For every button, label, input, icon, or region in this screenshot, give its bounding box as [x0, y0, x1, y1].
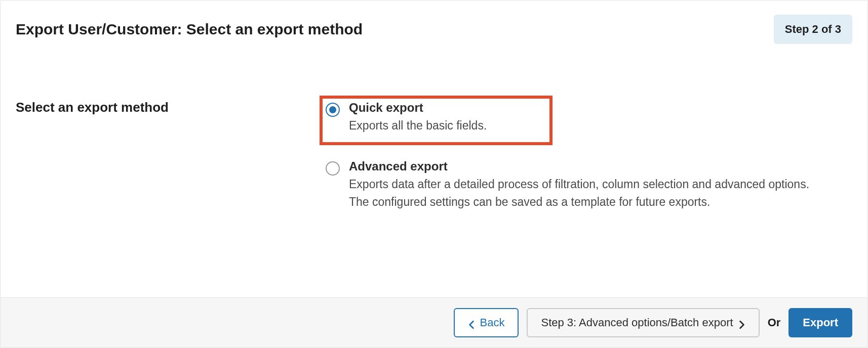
export-button[interactable]: Export [788, 308, 852, 337]
options-column: Quick export Exports all the basic field… [320, 96, 852, 282]
step-badge: Step 2 of 3 [774, 15, 852, 44]
option-advanced-desc: Exports data after a detailed process of… [349, 176, 826, 211]
or-separator: Or [768, 316, 781, 329]
option-advanced-text: Advanced export Exports data after a det… [349, 159, 826, 211]
panel-header: Export User/Customer: Select an export m… [1, 1, 867, 50]
back-button[interactable]: Back [454, 308, 519, 337]
option-quick-desc: Exports all the basic fields. [349, 117, 546, 135]
section-label: Select an export method [16, 96, 320, 115]
radio-advanced-export[interactable] [326, 161, 340, 176]
radio-quick-export[interactable] [326, 103, 340, 117]
chevron-right-icon [738, 319, 745, 326]
next-step-label: Step 3: Advanced options/Batch export [541, 316, 733, 329]
export-wizard-panel: Export User/Customer: Select an export m… [0, 0, 868, 348]
back-button-label: Back [480, 316, 505, 329]
option-advanced-export[interactable]: Advanced export Exports data after a det… [320, 154, 832, 216]
next-step-button[interactable]: Step 3: Advanced options/Batch export [527, 308, 759, 337]
panel-body: Select an export method Quick export Exp… [1, 50, 867, 297]
section-label-column: Select an export method [16, 96, 320, 282]
page-title: Export User/Customer: Select an export m… [16, 21, 363, 38]
option-advanced-title: Advanced export [349, 159, 826, 173]
option-quick-title: Quick export [349, 101, 546, 115]
option-quick-text: Quick export Exports all the basic field… [349, 101, 546, 135]
option-quick-export[interactable]: Quick export Exports all the basic field… [320, 96, 553, 145]
chevron-left-icon [468, 319, 475, 326]
export-button-label: Export [803, 316, 838, 329]
panel-footer: Back Step 3: Advanced options/Batch expo… [1, 297, 867, 347]
